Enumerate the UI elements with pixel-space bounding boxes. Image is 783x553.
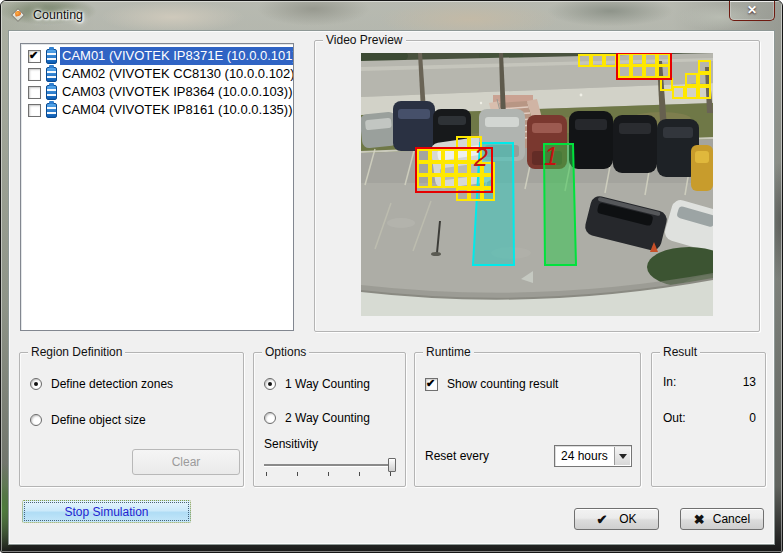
cancel-button[interactable]: ✖ Cancel — [680, 508, 764, 530]
in-value: 13 — [743, 375, 756, 389]
camera-list-item[interactable]: CAM01 (VIVOTEK IP8371E (10.0.0.101)) — [21, 47, 293, 65]
camera-checkbox[interactable] — [28, 86, 41, 99]
out-value: 0 — [749, 411, 756, 425]
reset-every-dropdown-button[interactable] — [614, 447, 630, 465]
ok-button[interactable]: ✔ OK — [574, 508, 659, 530]
zone-2-label: 2 — [473, 143, 488, 171]
camera-list-item[interactable]: CAM03 (VIVOTEK IP8364 (10.0.0.103)) — [21, 83, 293, 101]
runtime-title: Runtime — [423, 345, 474, 359]
close-button[interactable]: ✕ — [729, 1, 775, 21]
camera-icon — [46, 103, 57, 118]
reset-every-label: Reset every — [425, 449, 489, 463]
sensitivity-slider-track[interactable] — [264, 464, 396, 466]
show-counting-result-option[interactable]: Show counting result — [425, 377, 558, 391]
reset-every-value: 24 hours — [561, 449, 608, 463]
chevron-down-icon — [619, 454, 627, 463]
zone-1-label: 1 — [544, 142, 558, 170]
out-label: Out: — [663, 411, 686, 425]
show-counting-result-label: Show counting result — [447, 377, 558, 391]
app-icon — [11, 8, 26, 23]
define-detection-zones-label: Define detection zones — [51, 377, 173, 391]
camera-label: CAM01 (VIVOTEK IP8371E (10.0.0.101)) — [60, 47, 294, 65]
video-preview-canvas[interactable]: 2 1 — [361, 53, 713, 316]
camera-list-item[interactable]: CAM04 (VIVOTEK IP8161 (10.0.0.135)) — [21, 101, 293, 119]
reset-every-select[interactable]: 24 hours — [554, 445, 632, 467]
in-label: In: — [663, 375, 676, 389]
camera-checkbox[interactable] — [28, 68, 41, 81]
dialog-client-area: CAM01 (VIVOTEK IP8371E (10.0.0.101)) CAM… — [8, 30, 775, 545]
options-group: Options 1 Way Counting 2 Way Counting Se… — [253, 352, 406, 487]
one-way-counting-option[interactable]: 1 Way Counting — [264, 377, 370, 391]
check-icon: ✔ — [596, 512, 607, 527]
x-icon: ✖ — [694, 512, 705, 527]
reset-every-row: Reset every — [425, 449, 489, 463]
camera-checkbox[interactable] — [28, 104, 41, 117]
camera-label: CAM02 (VIVOTEK CC8130 (10.0.0.102)) — [60, 65, 294, 83]
title-bar[interactable]: Counting ✕ — [1, 1, 782, 31]
two-way-counting-radio[interactable] — [264, 412, 276, 424]
region-definition-title: Region Definition — [28, 345, 125, 359]
video-preview-group: Video Preview — [314, 40, 760, 332]
define-object-size-option[interactable]: Define object size — [30, 413, 146, 427]
window-title: Counting — [33, 1, 83, 30]
camera-label: CAM03 (VIVOTEK IP8364 (10.0.0.103)) — [60, 83, 294, 101]
counting-dialog: Counting ✕ CAM01 (VIVOTEK IP8371E (10.0.… — [0, 0, 783, 553]
options-title: Options — [262, 345, 309, 359]
stop-simulation-button[interactable]: Stop Simulation — [22, 500, 191, 523]
result-title: Result — [660, 345, 700, 359]
runtime-group: Runtime Show counting result Reset every… — [414, 352, 641, 487]
one-way-counting-label: 1 Way Counting — [285, 377, 370, 391]
define-object-size-label: Define object size — [51, 413, 146, 427]
result-group: Result In: 13 Out: 0 — [651, 352, 766, 487]
camera-checkbox[interactable] — [28, 50, 41, 63]
clear-button[interactable]: Clear — [132, 449, 240, 475]
sensitivity-slider[interactable] — [264, 457, 396, 479]
camera-listbox[interactable]: CAM01 (VIVOTEK IP8371E (10.0.0.101)) CAM… — [20, 43, 294, 331]
define-object-size-radio[interactable] — [30, 414, 42, 426]
camera-icon — [46, 85, 57, 100]
show-counting-result-checkbox[interactable] — [425, 378, 438, 391]
camera-list-item[interactable]: CAM02 (VIVOTEK CC8130 (10.0.0.102)) — [21, 65, 293, 83]
define-detection-zones-option[interactable]: Define detection zones — [30, 377, 173, 391]
camera-icon — [46, 67, 57, 82]
region-definition-group: Region Definition Define detection zones… — [19, 352, 244, 487]
camera-icon — [46, 49, 57, 64]
video-preview-title: Video Preview — [323, 33, 406, 47]
camera-label: CAM04 (VIVOTEK IP8161 (10.0.0.135)) — [60, 101, 294, 119]
two-way-counting-label: 2 Way Counting — [285, 411, 370, 425]
one-way-counting-radio[interactable] — [264, 378, 276, 390]
close-icon: ✕ — [730, 1, 774, 20]
video-scene: 2 1 — [361, 53, 713, 316]
result-out-row: Out: 0 — [663, 411, 756, 425]
sensitivity-label: Sensitivity — [264, 437, 318, 451]
sensitivity-slider-thumb[interactable] — [388, 458, 396, 472]
result-in-row: In: 13 — [663, 375, 756, 389]
two-way-counting-option[interactable]: 2 Way Counting — [264, 411, 370, 425]
define-detection-zones-radio[interactable] — [30, 378, 42, 390]
